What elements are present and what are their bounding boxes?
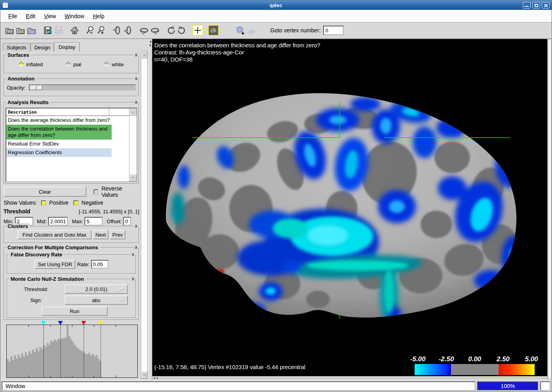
offset-input[interactable] <box>123 217 131 226</box>
find-clusters-button[interactable]: Find Clusters and Goto Max <box>17 230 92 239</box>
list-item[interactable]: Regression Coefficients <box>6 148 112 157</box>
threshold-marker-handle[interactable] <box>98 321 103 325</box>
zoom-out-icon[interactable] <box>85 25 96 36</box>
viewer-vertical-scrollbar[interactable] <box>547 39 552 380</box>
add-selection-icon[interactable] <box>235 25 246 36</box>
analysis-results-list: Description Does the average thickness d… <box>6 108 137 182</box>
brain-cursor-tool-icon[interactable] <box>208 25 219 36</box>
rotate-left-icon[interactable] <box>138 25 150 36</box>
home-icon[interactable] <box>69 25 80 36</box>
menu-window[interactable]: Window <box>61 11 88 21</box>
opacity-slider[interactable] <box>29 84 136 91</box>
close-button[interactable] <box>542 2 550 9</box>
surface-viewer[interactable]: Does the correlation between thickness a… <box>152 39 547 380</box>
minimize-button[interactable] <box>523 2 531 9</box>
open-project-icon[interactable] <box>15 25 26 36</box>
rotate-down-icon[interactable] <box>123 25 134 36</box>
radio-diamond-icon <box>65 62 71 67</box>
set-using-fdr-button[interactable]: Set Using FDR <box>34 259 75 269</box>
title-bar: qdec <box>0 0 552 10</box>
radio-inflated[interactable]: inflated <box>19 62 43 67</box>
tab-subjects[interactable]: Subjects <box>3 43 30 51</box>
next-cluster-button[interactable]: Next <box>93 230 109 239</box>
surfaces-group: Surfaces x inflated pial white <box>4 55 139 74</box>
surfaces-close-icon[interactable]: x <box>134 52 138 57</box>
crosshair-tool-icon[interactable] <box>192 25 203 36</box>
rotate-ccw-icon[interactable] <box>165 25 176 36</box>
mc-threshold-dropdown[interactable]: 2.0 (0.01) <box>65 284 128 294</box>
annotation-close-icon[interactable]: x <box>134 76 138 81</box>
goto-vertex-input[interactable] <box>323 26 344 35</box>
tab-bar: Subjects Design Display <box>3 42 80 51</box>
menu-help[interactable]: Help <box>89 11 109 21</box>
scroll-down-icon[interactable] <box>129 174 137 181</box>
viewer-horizontal-scrollbar[interactable] <box>152 376 547 380</box>
analysis-results-close-icon[interactable]: x <box>134 100 138 105</box>
menu-view[interactable]: View <box>40 11 60 21</box>
progress-fill: 100% <box>478 382 538 390</box>
clusters-close-icon[interactable]: x <box>134 224 138 228</box>
reverse-values-checkbox[interactable] <box>94 189 99 194</box>
zoom-in-icon[interactable] <box>96 25 107 36</box>
clear-button[interactable]: Clear <box>4 187 86 197</box>
panel-splitter[interactable] <box>149 39 152 380</box>
viewer-dof-text: n=40, DOF=38 <box>154 56 193 63</box>
maximize-button[interactable] <box>532 2 540 9</box>
negative-checkbox[interactable] <box>73 200 79 205</box>
list-item[interactable]: Does the average thickness differ from z… <box>6 116 112 125</box>
list-column-header[interactable]: Description <box>6 108 129 116</box>
radio-pial[interactable]: pial <box>66 62 81 67</box>
rotate-up-icon[interactable] <box>112 25 123 36</box>
colorbar-zero-segment <box>451 364 499 375</box>
status-message: Window <box>2 381 475 391</box>
threshold-histogram[interactable] <box>6 325 138 378</box>
remove-selection-disabled-icon <box>246 25 257 36</box>
radio-white[interactable]: white <box>105 62 123 67</box>
dropdown-indicator-icon <box>119 288 123 290</box>
threshold-line <box>43 325 44 377</box>
open-data-table-icon[interactable] <box>4 25 15 36</box>
goto-vertex-label: Goto vertex number: <box>270 27 321 34</box>
opacity-label: Opacity: <box>7 85 26 91</box>
positive-checkbox[interactable] <box>41 200 46 205</box>
negative-label: Negative <box>82 200 103 206</box>
threshold-marker-handle[interactable] <box>81 321 86 325</box>
threshold-marker-handle[interactable] <box>58 321 63 325</box>
correction-group: Correction For Multiple Comparisons x Fa… <box>4 247 139 320</box>
menu-edit[interactable]: Edit <box>22 11 39 21</box>
mc-sign-dropdown[interactable]: abs <box>65 295 128 305</box>
tab-design[interactable]: Design <box>30 43 54 51</box>
sash-handle-icon[interactable] <box>150 41 151 47</box>
scroll-up-icon[interactable] <box>141 51 147 58</box>
rate-input[interactable] <box>91 260 109 269</box>
rotate-right-icon[interactable] <box>150 25 161 36</box>
list-item[interactable]: Residual Error StdDev <box>6 140 112 148</box>
menu-file[interactable]: File <box>4 11 21 21</box>
save-disabled-icon <box>53 25 64 36</box>
scroll-down-icon[interactable] <box>141 371 147 379</box>
brain-render[interactable] <box>152 39 547 377</box>
red-cluster <box>214 269 225 274</box>
opacity-slider-thumb[interactable] <box>30 86 42 90</box>
list-item-selected[interactable]: Does the correlation between thickness a… <box>6 125 112 140</box>
mid-input[interactable] <box>48 217 68 226</box>
fdr-close-icon[interactable]: x <box>131 252 135 257</box>
run-button[interactable]: Run <box>41 306 108 316</box>
positive-label: Positive <box>49 200 69 206</box>
max-input[interactable] <box>84 217 103 226</box>
prev-cluster-button[interactable]: Prev <box>110 230 125 239</box>
color-scale-bar: -5.00 -2.50 0.00 2.50 5.00 <box>415 355 535 375</box>
threshold-marker-handle[interactable] <box>41 321 46 325</box>
rotate-cw-icon[interactable] <box>176 25 187 36</box>
tab-display[interactable]: Display <box>54 42 80 52</box>
panel-scrollbar[interactable] <box>141 51 148 379</box>
save-icon[interactable] <box>42 25 53 36</box>
monte-carlo-close-icon[interactable]: x <box>131 276 135 281</box>
correction-close-icon[interactable]: x <box>134 245 138 250</box>
threshold-line <box>101 325 101 377</box>
control-panel: Subjects Design Display Surfaces x infla… <box>0 39 149 380</box>
window-title: qdec <box>0 2 552 8</box>
scroll-up-icon[interactable] <box>129 108 137 116</box>
open-surface-icon[interactable] <box>26 25 37 36</box>
list-scrollbar[interactable] <box>129 108 137 181</box>
